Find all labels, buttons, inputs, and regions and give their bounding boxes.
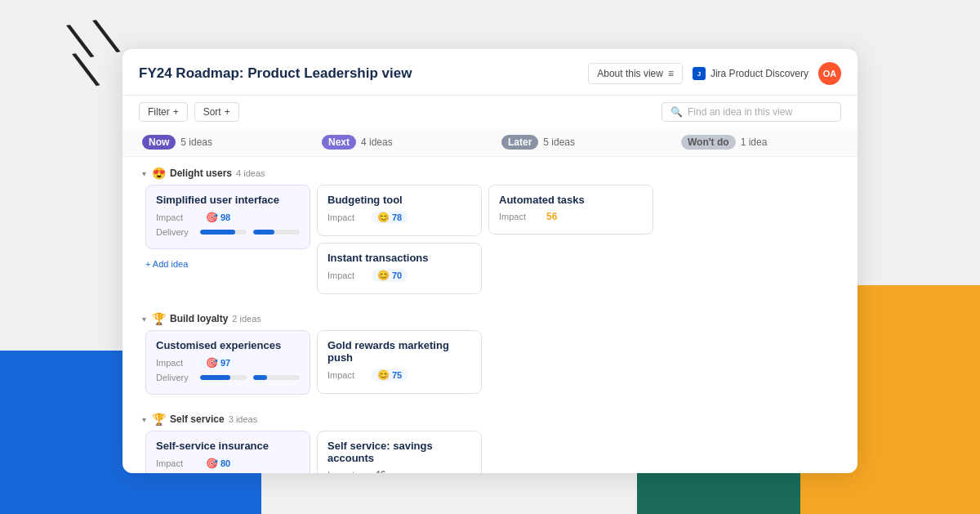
badge-icon: 🎯 <box>206 357 218 369</box>
self-service-cards-grid: Self-service insurance Impact 🎯 80 Goal <box>142 431 838 473</box>
group-self-service: ▾ 🏆 Self service 3 ideas Self-service in… <box>142 409 838 473</box>
filter-button[interactable]: Filter + <box>139 102 188 122</box>
progress-fill <box>200 375 230 380</box>
progress-bar-2 <box>253 375 300 380</box>
self-service-count: 3 ideas <box>229 414 257 424</box>
idea-gold-rewards[interactable]: Gold rewards marketing push Impact 😊 75 <box>317 330 482 394</box>
badge-value: 78 <box>392 212 402 222</box>
metric-label: Impact <box>156 458 195 468</box>
progress-fill <box>200 230 235 235</box>
metric-badge: 😊 75 <box>372 369 408 382</box>
main-card: FY24 Roadmap: Product Leadership view Ab… <box>122 49 858 473</box>
metric-label: Impact <box>156 212 195 222</box>
metric-badge: 😊 78 <box>372 211 408 224</box>
col-wontdo-count: 1 idea <box>741 136 768 148</box>
impact-metric: Impact 56 <box>499 211 643 222</box>
progress-fill-2 <box>253 230 274 235</box>
column-header-row: Now 5 ideas Next 4 ideas Later 5 ideas W… <box>122 128 858 157</box>
idea-customised-experiences[interactable]: Customised experiences Impact 🎯 97 Deliv… <box>145 330 310 395</box>
loyalty-cards-grid: Customised experiences Impact 🎯 97 Deliv… <box>142 330 838 401</box>
col-header-now: Now 5 ideas <box>139 128 318 156</box>
idea-title: Simplified user interface <box>156 194 300 206</box>
idea-title: Budgeting tool <box>327 194 471 206</box>
impact-metric: Impact 🎯 80 <box>156 457 300 470</box>
metric-label: Impact <box>327 370 367 380</box>
toolbar-left: Filter + Sort + <box>139 102 239 122</box>
delight-next-col: Budgeting tool Impact 😊 78 Instant trans… <box>314 185 485 301</box>
col-later-label: Later <box>501 135 538 150</box>
user-avatar[interactable]: OA <box>818 62 841 85</box>
impact-metric: Impact 🎯 98 <box>156 211 300 224</box>
chevron-icon: ▾ <box>142 415 146 424</box>
group-loyalty-header[interactable]: ▾ 🏆 Build loyalty 2 ideas <box>142 309 838 330</box>
sort-label: Sort <box>203 106 221 118</box>
metric-label: Delivery <box>156 373 195 382</box>
badge-icon: 🎯 <box>206 458 218 469</box>
delivery-metric: Delivery <box>156 227 300 237</box>
idea-title: Automated tasks <box>499 194 643 206</box>
group-build-loyalty: ▾ 🏆 Build loyalty 2 ideas Customised exp… <box>142 309 838 401</box>
delight-cards-grid: Simplified user interface Impact 🎯 98 De… <box>142 185 838 301</box>
badge-value: 98 <box>220 212 230 222</box>
idea-automated-tasks[interactable]: Automated tasks Impact 56 <box>488 185 653 235</box>
align-icon: ≡ <box>668 68 674 79</box>
badge-value: 75 <box>392 370 402 380</box>
impact-metric: Impact 😊 75 <box>327 369 471 382</box>
add-idea-button[interactable]: + Add idea <box>145 256 310 272</box>
progress-fill-2 <box>253 375 267 380</box>
col-now-count: 5 ideas <box>180 136 212 148</box>
chevron-icon: ▾ <box>142 169 146 178</box>
group-self-service-header[interactable]: ▾ 🏆 Self service 3 ideas <box>142 409 838 431</box>
progress-bar <box>200 375 247 380</box>
delight-now-col: Simplified user interface Impact 🎯 98 De… <box>142 185 314 272</box>
delight-emoji: 😍 <box>152 167 166 180</box>
col-header-wontdo: Won't do 1 idea <box>678 128 858 156</box>
metric-label: Impact <box>327 470 367 473</box>
self-service-next-col: Self service: savings accounts Impact 46 <box>314 431 485 473</box>
badge-value: 56 <box>546 211 557 222</box>
chevron-icon: ▾ <box>142 315 146 324</box>
idea-savings-accounts[interactable]: Self service: savings accounts Impact 46 <box>317 431 482 473</box>
self-service-emoji: 🏆 <box>152 413 166 426</box>
loyalty-emoji: 🏆 <box>152 312 166 325</box>
metric-badge: 🎯 80 <box>200 457 236 470</box>
badge-icon: 🎯 <box>206 212 218 223</box>
impact-metric: Impact 🎯 97 <box>156 356 300 369</box>
jira-brand: J Jira Product Discovery <box>693 67 808 80</box>
metric-badge: 🎯 98 <box>200 211 236 224</box>
badge-icon: 😊 <box>377 369 390 381</box>
group-delight-header[interactable]: ▾ 😍 Delight users 4 ideas <box>142 163 838 185</box>
progress-bar <box>200 230 247 235</box>
idea-title: Self service: savings accounts <box>327 440 471 464</box>
sort-button[interactable]: Sort + <box>194 102 239 122</box>
col-now-label: Now <box>142 135 176 150</box>
metric-badge: 😊 70 <box>372 269 408 282</box>
delight-name: Delight users <box>170 168 232 179</box>
brand-name: Jira Product Discovery <box>710 68 808 79</box>
delight-count: 4 ideas <box>236 168 265 178</box>
loyalty-count: 2 ideas <box>232 314 261 324</box>
col-next-count: 4 ideas <box>361 136 393 148</box>
metric-badge: 🎯 97 <box>200 356 236 369</box>
idea-instant-transactions[interactable]: Instant transactions Impact 😊 70 <box>317 243 482 294</box>
metric-label: Delivery <box>156 227 195 237</box>
add-idea-label: + Add idea <box>145 259 188 269</box>
idea-self-service-insurance[interactable]: Self-service insurance Impact 🎯 80 Goal <box>145 431 310 473</box>
idea-title: Instant transactions <box>327 252 471 264</box>
page-title: FY24 Roadmap: Product Leadership view <box>139 65 412 82</box>
badge-value: 97 <box>220 358 230 368</box>
metric-label: Impact <box>327 270 367 280</box>
badge-icon: 😊 <box>377 212 390 223</box>
about-button[interactable]: About this view ≡ <box>588 63 683 84</box>
sort-plus-icon: + <box>225 106 230 118</box>
col-header-next: Next 4 ideas <box>318 128 498 156</box>
idea-simplified-ui[interactable]: Simplified user interface Impact 🎯 98 De… <box>145 185 310 249</box>
idea-title: Gold rewards marketing push <box>327 339 471 364</box>
search-box[interactable]: 🔍 Find an idea in this view <box>662 102 841 122</box>
content-wrapper: ▾ 😍 Delight users 4 ideas Simplified use… <box>122 157 858 473</box>
col-next-label: Next <box>322 135 356 150</box>
impact-metric: Impact 😊 70 <box>327 269 471 282</box>
idea-budgeting-tool[interactable]: Budgeting tool Impact 😊 78 <box>317 185 482 236</box>
metric-label: Impact <box>499 212 538 221</box>
self-service-now-col: Self-service insurance Impact 🎯 80 Goal <box>142 431 314 473</box>
